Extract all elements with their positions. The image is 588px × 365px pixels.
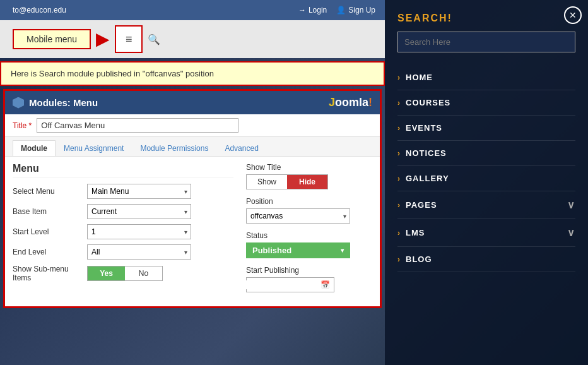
pages-expand-icon: ∨	[567, 199, 575, 211]
top-bar: to@educon.edu → Login 👤 Sign Up	[0, 0, 385, 20]
base-item-row: Base Item Current	[13, 204, 233, 219]
search-title: SEARCH!	[397, 13, 575, 24]
joomla-tabs: Module Menu Assignment Module Permission…	[5, 137, 380, 157]
title-field-label: Title *	[13, 121, 32, 130]
select-menu-input[interactable]: Main Menu	[87, 184, 191, 199]
joomla-logo: Joomla!	[329, 96, 372, 109]
chevron-notices-icon: ›	[397, 149, 401, 158]
start-level-wrapper: 1	[87, 224, 191, 239]
joomla-logo-exclaim: !	[368, 96, 372, 109]
start-level-input[interactable]: 1	[87, 224, 191, 239]
position-select[interactable]: offcanvas	[246, 208, 350, 224]
calendar-icon[interactable]: 📅	[320, 280, 330, 289]
search-header-icon[interactable]: 🔍	[148, 33, 160, 45]
hide-btn[interactable]: Hide	[287, 175, 327, 189]
joomla-right-column: Show Title Show Hide Position offcanvas	[246, 163, 372, 300]
login-label: Login	[309, 6, 327, 15]
tab-advanced[interactable]: Advanced	[216, 140, 266, 156]
joomla-module-panel: Modules: Menu Joomla! Title * Module Men…	[3, 89, 382, 308]
tab-menu-assignment[interactable]: Menu Assignment	[56, 140, 132, 156]
nav-notices-label: NOTICES	[406, 148, 447, 158]
joomla-title-group: Modules: Menu	[13, 97, 98, 109]
title-input[interactable]	[37, 118, 238, 133]
position-select-wrapper: offcanvas	[246, 208, 350, 224]
tab-module[interactable]: Module	[13, 140, 56, 156]
login-icon: →	[298, 6, 306, 15]
search-panel: ✕ SEARCH! › HOME › COURSES › EVENTS › NO…	[385, 0, 588, 365]
nav-item-gallery[interactable]: › GALLERY	[397, 166, 575, 191]
joomla-logo-j: J	[329, 96, 335, 109]
select-menu-wrapper: Main Menu	[87, 184, 191, 199]
offcanvas-annotation-box: Here is Search module published in "offc…	[0, 61, 385, 86]
start-date-input[interactable]	[245, 280, 320, 289]
menu-section-heading: Menu	[13, 163, 233, 177]
nav-blog-label: BLOG	[406, 254, 432, 264]
end-level-row: End Level All	[13, 244, 233, 260]
status-label: Status	[246, 231, 372, 240]
signup-label: Sign Up	[348, 6, 375, 15]
search-title-accent: !	[448, 13, 452, 23]
nav-item-blog[interactable]: › BLOG	[397, 247, 575, 272]
chevron-pages-icon: ›	[397, 201, 401, 210]
hamburger-button[interactable]: ≡	[115, 25, 143, 53]
nav-item-courses[interactable]: › COURSES	[397, 90, 575, 116]
tab-module-permissions[interactable]: Module Permissions	[132, 140, 216, 156]
nav-item-home[interactable]: › HOME	[397, 65, 575, 90]
mobile-menu-annotation: Mobile menu	[13, 29, 91, 49]
calendar-input-wrapper: 📅	[246, 277, 334, 292]
show-submenu-label: Show Sub-menu Items	[13, 265, 82, 282]
nav-item-notices[interactable]: › NOTICES	[397, 141, 575, 166]
select-menu-label: Select Menu	[13, 187, 82, 196]
show-btn[interactable]: Show	[247, 175, 287, 189]
chevron-courses-icon: ›	[397, 99, 401, 107]
signup-link[interactable]: 👤 Sign Up	[336, 6, 375, 15]
joomla-left-column: Menu Select Menu Main Menu Base Item Cur…	[13, 163, 233, 300]
toggle-yes-btn[interactable]: Yes	[88, 266, 125, 280]
nav-item-lms[interactable]: › LMS ∨	[397, 219, 575, 247]
nav-item-events[interactable]: › EVENTS	[397, 116, 575, 141]
nav-item-pages[interactable]: › PAGES ∨	[397, 191, 575, 219]
search-close-button[interactable]: ✕	[564, 6, 582, 24]
email-text: to@educon.edu	[13, 6, 66, 15]
nav-gallery-label: GALLERY	[406, 174, 449, 183]
nav-courses-label: COURSES	[406, 98, 450, 107]
hamburger-icon: ≡	[126, 33, 132, 46]
offcanvas-note-text: Here is Search module published in "offc…	[11, 69, 214, 78]
nav-lms-label: LMS	[406, 228, 425, 237]
joomla-title-row: Title *	[5, 114, 380, 137]
website-panel: to@educon.edu → Login 👤 Sign Up Mobile m…	[0, 0, 385, 365]
show-submenu-row: Show Sub-menu Items Yes No	[13, 265, 233, 282]
base-item-label: Base Item	[13, 207, 82, 216]
show-title-label: Show Title	[246, 163, 372, 172]
module-icon	[13, 97, 24, 109]
chevron-blog-icon: ›	[397, 255, 401, 264]
start-level-row: Start Level 1	[13, 224, 233, 239]
nav-events-label: EVENTS	[406, 123, 442, 133]
person-icon: 👤	[336, 6, 346, 15]
base-item-wrapper: Current	[87, 204, 191, 219]
show-hide-toggle: Show Hide	[246, 174, 328, 189]
nav-list: › HOME › COURSES › EVENTS › NOTICES › GA…	[397, 65, 575, 272]
search-input[interactable]	[397, 32, 575, 52]
joomla-content-area: Menu Select Menu Main Menu Base Item Cur…	[5, 157, 380, 306]
joomla-module-label: Modules: Menu	[29, 97, 98, 108]
chevron-events-icon: ›	[397, 124, 401, 133]
start-publishing-label: Start Publishing	[246, 266, 372, 275]
site-header: Mobile menu ▶ ≡ 🔍	[0, 20, 385, 58]
joomla-panel-header: Modules: Menu Joomla!	[5, 91, 380, 114]
status-group: Status Published	[246, 231, 372, 258]
search-title-text: SEARCH	[397, 13, 448, 23]
select-menu-row: Select Menu Main Menu	[13, 184, 233, 199]
base-item-input[interactable]: Current	[87, 204, 191, 219]
submenu-toggle: Yes No	[87, 266, 163, 281]
end-level-input[interactable]: All	[87, 244, 191, 260]
position-label: Position	[246, 197, 372, 206]
nav-home-label: HOME	[406, 73, 433, 82]
arrow-right-icon: ▶	[96, 30, 110, 48]
toggle-no-btn[interactable]: No	[125, 266, 162, 280]
status-published-btn[interactable]: Published	[246, 242, 350, 258]
login-link[interactable]: → Login	[298, 6, 327, 15]
start-level-label: Start Level	[13, 227, 82, 236]
chevron-lms-icon: ›	[397, 229, 401, 237]
start-publishing-group: Start Publishing 📅	[246, 266, 372, 292]
